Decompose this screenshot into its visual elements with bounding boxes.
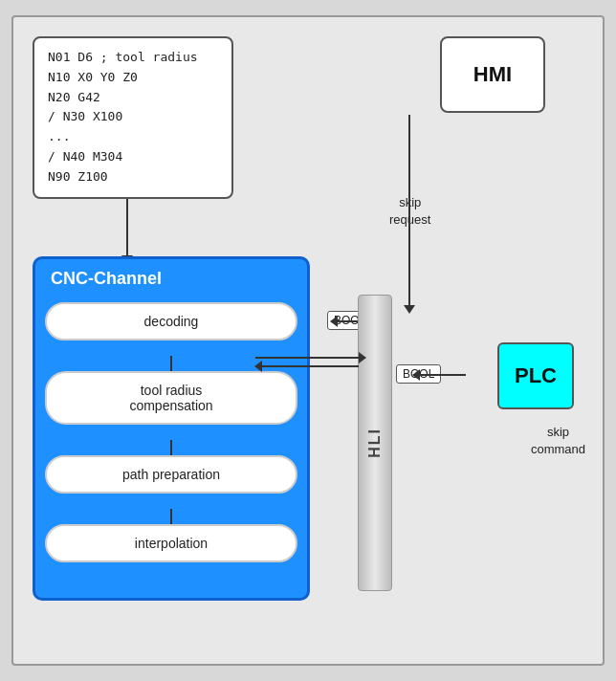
code-line-5: ... [48, 127, 218, 147]
code-block: N01 D6 ; tool radius N10 X0 Y0 Z0 N20 G4… [33, 36, 233, 199]
interpolation-label: interpolation [135, 536, 208, 551]
main-diagram: N01 D6 ; tool radius N10 X0 Y0 Z0 N20 G4… [11, 15, 605, 666]
code-line-1: N01 D6 ; tool radius [48, 48, 218, 68]
connector-trc-pp [170, 440, 172, 455]
decoding-label: decoding [144, 314, 199, 329]
code-line-7: N90 Z100 [48, 167, 218, 187]
arrow-bool-to-hli [331, 320, 360, 322]
arrow-hmi-down [408, 115, 410, 306]
tool-radius-label: tool radiuscompensation [129, 383, 212, 413]
code-line-3: N20 G42 [48, 88, 218, 108]
arrow-decoding-out-head [359, 352, 366, 363]
code-line-2: N10 X0 Y0 Z0 [48, 68, 218, 88]
cnc-box-decoding: decoding [45, 302, 297, 340]
arrow-plc-to-bool [413, 374, 466, 376]
cnc-box-tool-radius: tool radiuscompensation [45, 371, 297, 425]
code-line-4: / N30 X100 [48, 107, 218, 127]
hli-bar: HLI [358, 295, 392, 591]
hmi-label: HMI [473, 62, 512, 87]
arrow-hli-back-head [254, 361, 262, 372]
path-prep-label: path preparation [122, 467, 220, 482]
cnc-box-interpolation: interpolation [45, 524, 297, 562]
connector-pp-interp [170, 509, 172, 524]
cnc-channel-title: CNC-Channel [51, 269, 297, 289]
plc-block: PLC [497, 342, 574, 409]
arrow-code-to-cnc [126, 199, 128, 256]
hli-label: HLI [366, 428, 384, 458]
connector-decoding-trc [170, 356, 172, 371]
cnc-box-path-prep: path preparation [45, 455, 297, 494]
cnc-channel-block: CNC-Channel decoding tool radiuscompensa… [33, 256, 310, 601]
skip-command-label: skipcommand [531, 424, 585, 458]
hmi-block: HMI [440, 36, 545, 113]
arrow-decoding-out [255, 357, 359, 359]
code-line-6: / N40 M304 [48, 147, 218, 167]
arrow-hli-back [255, 365, 359, 367]
plc-label: PLC [515, 363, 557, 388]
